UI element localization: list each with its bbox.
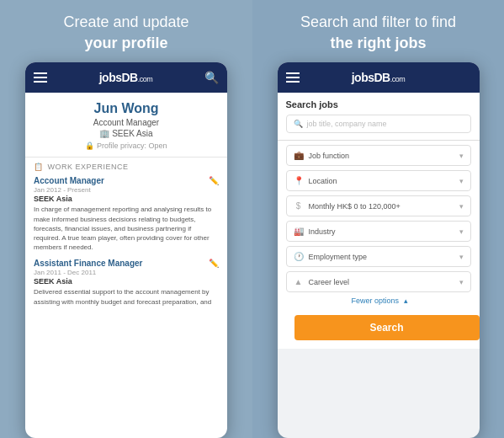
filter-left-4: 🏭 Industry xyxy=(294,227,336,236)
calendar-icon: 📋 xyxy=(34,163,44,171)
search-placeholder: job title, company name xyxy=(307,120,387,128)
navbar-right: jobsDB.com xyxy=(278,62,480,93)
hamburger-icon[interactable] xyxy=(34,72,47,83)
job-title-1: Account Manager Jan 2012 - Present xyxy=(34,176,104,194)
section-header: 📋 Work experience xyxy=(34,163,219,171)
clock-icon: 🕐 xyxy=(294,252,304,261)
edit-icon-2[interactable]: ✏️ xyxy=(209,259,219,268)
dollar-icon: $ xyxy=(294,201,304,211)
profile-title: Account Manager xyxy=(34,118,219,127)
industry-icon: 🏭 xyxy=(294,227,304,236)
chevron-down-icon-6: ▾ xyxy=(459,278,464,286)
lock-icon: 🔒 xyxy=(85,142,94,150)
chevron-down-icon-5: ▾ xyxy=(459,253,464,261)
right-heading-line1: Search and filter to find xyxy=(300,13,456,30)
chevron-down-icon-4: ▾ xyxy=(459,227,464,236)
filter-list: 💼 Job function ▾ 📍 Location ▾ $ Monthly … xyxy=(278,141,480,315)
phone-left: jobsDB.com 🔍 Jun Wong Account Manager 🏢 … xyxy=(25,62,227,438)
filter-label-6: Career level xyxy=(309,278,350,286)
logo-dotcom-left: .com xyxy=(138,75,153,83)
filter-left-2: 📍 Location xyxy=(294,176,337,185)
left-heading-line1: Create and update xyxy=(63,13,188,30)
logo-jobs-right: jobsDB xyxy=(352,71,390,84)
search-section: Search jobs 🔍 job title, company name xyxy=(278,93,480,141)
fewer-options-label: Fewer options xyxy=(351,296,399,305)
logo-dotcom-right: .com xyxy=(390,75,406,83)
filter-label-1: Job function xyxy=(309,152,350,160)
briefcase-icon: 💼 xyxy=(294,151,304,160)
job-date-1: Jan 2012 - Present xyxy=(34,186,104,194)
edit-icon-1[interactable]: ✏️ xyxy=(209,176,219,185)
chevron-down-icon-3: ▾ xyxy=(459,202,464,211)
job-desc-1: In charge of management reporting and an… xyxy=(34,205,219,252)
filter-left-6: ▲ Career level xyxy=(294,277,350,286)
job-title-2: Assistant Finance Manager Jan 2011 - Dec… xyxy=(34,259,142,276)
job-title-text-1: Account Manager xyxy=(34,176,104,185)
filter-career-level[interactable]: ▲ Career level ▾ xyxy=(286,271,471,292)
career-icon: ▲ xyxy=(294,277,304,286)
filter-industry[interactable]: 🏭 Industry ▾ xyxy=(286,221,471,242)
section-header-label: Work experience xyxy=(48,163,129,171)
filter-label-4: Industry xyxy=(309,227,336,236)
list-item: Assistant Finance Manager Jan 2011 - Dec… xyxy=(34,259,219,306)
hamburger-icon-right[interactable] xyxy=(286,72,300,83)
logo-jobs-left: jobsDB xyxy=(99,71,138,84)
search-section-label: Search jobs xyxy=(286,99,471,110)
left-panel: Create and update your profile jobsDB.co… xyxy=(0,0,252,438)
job-desc-2: Delivered essential support to the accou… xyxy=(34,287,219,306)
right-heading: Search and filter to find the right jobs xyxy=(284,0,473,62)
logo-left: jobsDB.com xyxy=(99,71,153,84)
search-icon: 🔍 xyxy=(294,120,303,128)
location-icon: 📍 xyxy=(294,176,304,185)
fewer-options[interactable]: Fewer options ▴ xyxy=(286,296,471,305)
filter-left-3: $ Monthly HK$ 0 to 120,000+ xyxy=(294,201,401,211)
right-panel: Search and filter to find the right jobs… xyxy=(252,0,504,438)
filter-employment-type[interactable]: 🕐 Employment type ▾ xyxy=(286,246,471,267)
phone-right: jobsDB.com Search jobs 🔍 job title, comp… xyxy=(278,62,480,438)
left-heading-line2: your profile xyxy=(63,33,188,54)
filter-job-function[interactable]: 💼 Job function ▾ xyxy=(286,145,471,166)
job-title-row-2: Assistant Finance Manager Jan 2011 - Dec… xyxy=(34,259,219,276)
chevron-down-icon-1: ▾ xyxy=(459,152,464,160)
job-company-2: SEEK Asia xyxy=(34,277,219,286)
filter-label-3: Monthly HK$ 0 to 120,000+ xyxy=(309,202,401,211)
left-heading: Create and update your profile xyxy=(46,0,205,62)
job-date-2: Jan 2011 - Dec 2011 xyxy=(34,269,142,276)
chevron-down-icon-2: ▾ xyxy=(459,177,464,185)
job-title-row-1: Account Manager Jan 2012 - Present ✏️ xyxy=(34,176,219,194)
search-input-box[interactable]: 🔍 job title, company name xyxy=(286,115,471,133)
filter-label-5: Employment type xyxy=(309,253,368,261)
filter-left-5: 🕐 Employment type xyxy=(294,252,368,261)
search-btn-wrapper: Search xyxy=(278,315,480,349)
filter-location[interactable]: 📍 Location ▾ xyxy=(286,170,471,191)
work-section: 📋 Work experience Account Manager Jan 20… xyxy=(25,158,227,318)
filter-salary[interactable]: $ Monthly HK$ 0 to 120,000+ ▾ xyxy=(286,195,471,216)
logo-right: jobsDB.com xyxy=(352,71,406,84)
navbar-left: jobsDB.com 🔍 xyxy=(25,62,227,93)
job-company-1: SEEK Asia xyxy=(34,195,219,203)
profile-company: 🏢 SEEK Asia xyxy=(34,129,219,138)
search-button[interactable]: Search xyxy=(294,315,480,340)
building-icon: 🏢 xyxy=(99,129,109,138)
profile-privacy: 🔒 Profile privacy: Open xyxy=(34,142,219,150)
profile-name: Jun Wong xyxy=(34,101,219,116)
chevron-up-icon: ▴ xyxy=(404,296,408,305)
filter-left-1: 💼 Job function xyxy=(294,151,350,160)
list-item: Account Manager Jan 2012 - Present ✏️ SE… xyxy=(34,176,219,252)
job-title-text-2: Assistant Finance Manager xyxy=(34,259,142,268)
filter-label-2: Location xyxy=(309,177,337,185)
search-icon-nav-left[interactable]: 🔍 xyxy=(204,71,219,84)
profile-section: Jun Wong Account Manager 🏢 SEEK Asia 🔒 P… xyxy=(25,93,227,158)
right-heading-line2: the right jobs xyxy=(300,33,456,54)
